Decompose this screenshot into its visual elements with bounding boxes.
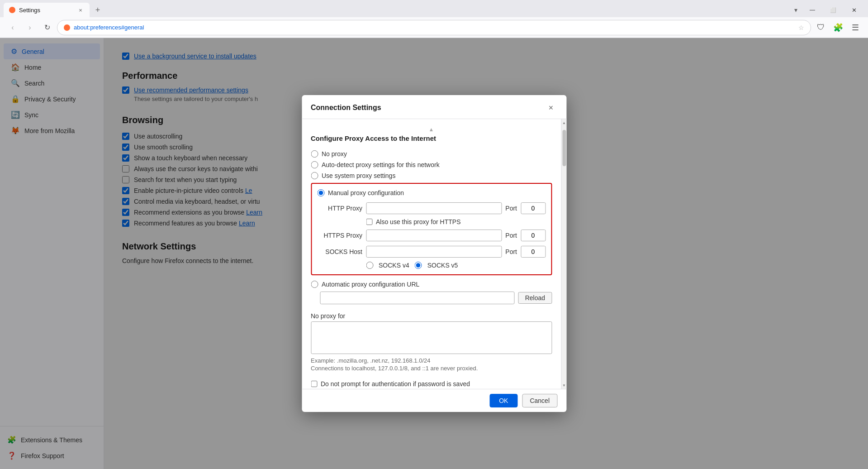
no-proxy-radio-row[interactable]: No proxy — [311, 148, 552, 159]
back-button[interactable]: ‹ — [5, 20, 20, 35]
shield-icon[interactable]: 🛡 — [814, 20, 828, 35]
socks-v5-radio[interactable] — [415, 262, 422, 269]
tab-bar: Settings × + ▾ — ⬜ ✕ — [0, 0, 868, 17]
maximize-button[interactable]: ⬜ — [823, 3, 844, 17]
socks-v4-label: SOCKS v4 — [379, 262, 409, 269]
auto-proxy-url-input[interactable] — [320, 292, 515, 304]
ok-button[interactable]: OK — [489, 394, 517, 407]
socks-version-row: SOCKS v4 SOCKS v5 — [317, 260, 545, 270]
socks-host-label: SOCKS Host — [317, 248, 362, 255]
socks-port-input[interactable] — [521, 246, 545, 258]
no-auth-prompt-checkbox[interactable] — [311, 381, 317, 387]
address-favicon — [64, 24, 70, 31]
no-proxy-note: Connections to localhost, 127.0.0.1/8, a… — [311, 365, 552, 372]
address-bar[interactable]: about:preferences#general ☆ — [57, 20, 811, 35]
dialog-close-button[interactable]: × — [545, 101, 557, 114]
also-https-label: Also use this proxy for HTTPS — [376, 218, 461, 225]
main-area: ⚙ General 🏠 Home 🔍 Search 🔒 Privacy & Se… — [0, 38, 868, 469]
close-button[interactable]: ✕ — [844, 3, 864, 17]
socks-v5-label: SOCKS v5 — [427, 262, 458, 269]
extensions-icon[interactable]: 🧩 — [831, 20, 845, 35]
toolbar: ‹ › ↻ about:preferences#general ☆ 🛡 🧩 ☰ — [0, 17, 868, 38]
also-https-checkbox[interactable] — [366, 219, 372, 225]
http-port-input[interactable] — [521, 202, 545, 214]
dialog-scrollbar[interactable]: ▲ ▼ — [561, 119, 566, 389]
https-port-input[interactable] — [521, 230, 545, 241]
extra-option-row-1: Do not prompt for authentication if pass… — [311, 378, 552, 389]
socks-host-row: SOCKS Host Port — [317, 244, 545, 260]
no-auth-prompt-label: Do not prompt for authentication if pass… — [321, 380, 470, 388]
socks-port-label: Port — [505, 248, 517, 255]
https-proxy-input[interactable] — [366, 230, 502, 241]
https-proxy-row: HTTPS Proxy Port — [317, 227, 545, 244]
no-proxy-radio[interactable] — [311, 150, 318, 158]
dialog-title: Connection Settings — [311, 104, 381, 112]
tab-close-icon[interactable]: × — [77, 6, 84, 14]
scroll-down-arrow[interactable]: ▼ — [561, 382, 566, 389]
no-proxy-example: Example: .mozilla.org, .net.nz, 192.168.… — [311, 357, 552, 364]
cancel-button[interactable]: Cancel — [522, 394, 557, 407]
socks-v4-radio[interactable] — [366, 262, 373, 269]
new-tab-button[interactable]: + — [91, 4, 104, 16]
reload-button[interactable]: ↻ — [40, 20, 54, 35]
system-proxy-radio[interactable] — [311, 172, 318, 179]
scrollbar-track — [561, 126, 566, 382]
connection-settings-dialog: Connection Settings × ▲ Configure Proxy … — [302, 95, 566, 412]
dialog-footer: OK Cancel — [302, 389, 566, 412]
extra-options: Do not prompt for authentication if pass… — [311, 378, 552, 389]
auto-detect-radio-row[interactable]: Auto-detect proxy settings for this netw… — [311, 159, 552, 170]
http-proxy-row: HTTP Proxy Port — [317, 200, 545, 216]
auto-proxy-config-row[interactable]: Automatic proxy configuration URL — [311, 277, 552, 290]
tab-title: Settings — [19, 7, 73, 14]
dialog-body-wrapper: ▲ Configure Proxy Access to the Internet… — [302, 119, 566, 389]
manual-proxy-section: Manual proxy configuration HTTP Proxy Po… — [311, 183, 552, 275]
menu-button[interactable]: ☰ — [848, 20, 863, 35]
tab-favicon — [9, 7, 15, 13]
manual-proxy-radio[interactable] — [317, 189, 324, 196]
bookmark-icon[interactable]: ☆ — [798, 24, 804, 31]
auto-detect-radio-label: Auto-detect proxy settings for this netw… — [322, 161, 440, 168]
https-port-label: Port — [505, 232, 517, 239]
https-proxy-label: HTTPS Proxy — [317, 232, 362, 239]
no-proxy-for-label: No proxy for — [311, 312, 552, 320]
dialog-header: Connection Settings × — [302, 95, 566, 119]
dialog-body: ▲ Configure Proxy Access to the Internet… — [302, 119, 561, 389]
auto-proxy-url-row: Reload — [320, 290, 552, 306]
minimize-button[interactable]: — — [802, 3, 823, 17]
manual-proxy-radio-label: Manual proxy configuration — [328, 189, 404, 196]
auto-proxy-config-radio[interactable] — [311, 281, 318, 288]
no-proxy-radio-label: No proxy — [322, 150, 347, 158]
scroll-up-indicator: ▲ — [311, 126, 552, 133]
address-text: about:preferences#general — [74, 24, 795, 31]
reload-button[interactable]: Reload — [518, 292, 552, 304]
also-https-row: Also use this proxy for HTTPS — [317, 216, 545, 227]
http-port-label: Port — [505, 205, 517, 212]
scrollbar-thumb[interactable] — [562, 130, 566, 166]
no-proxy-for-section: No proxy for Example: .mozilla.org, .net… — [311, 312, 552, 372]
manual-proxy-radio-row[interactable]: Manual proxy configuration — [317, 188, 545, 200]
system-proxy-radio-label: Use system proxy settings — [322, 172, 395, 179]
auto-proxy-config-label: Automatic proxy configuration URL — [322, 281, 419, 288]
forward-button[interactable]: › — [23, 20, 37, 35]
scroll-up-arrow[interactable]: ▲ — [561, 119, 566, 126]
browser-window: Settings × + ▾ — ⬜ ✕ ‹ › ↻ about:prefere… — [0, 0, 868, 469]
proxy-section-title: Configure Proxy Access to the Internet — [311, 134, 552, 142]
tab-bar-menu-button[interactable]: ▾ — [789, 4, 802, 16]
http-proxy-label: HTTP Proxy — [317, 205, 362, 212]
system-proxy-radio-row[interactable]: Use system proxy settings — [311, 170, 552, 181]
no-proxy-for-textarea[interactable] — [311, 321, 552, 354]
browser-tab[interactable]: Settings × — [4, 3, 90, 17]
socks-host-input[interactable] — [366, 246, 502, 258]
auto-detect-radio[interactable] — [311, 161, 318, 168]
http-proxy-input[interactable] — [366, 202, 502, 214]
